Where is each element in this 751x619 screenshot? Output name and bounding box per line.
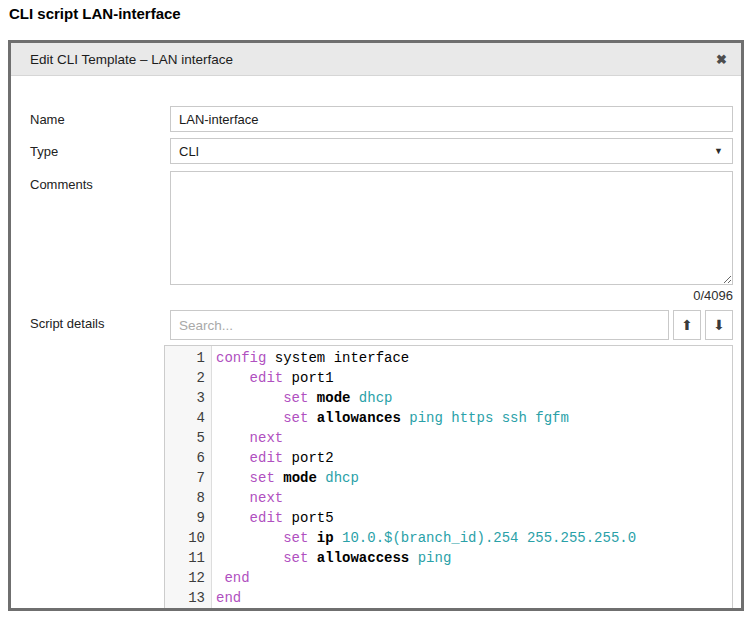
caret-down-icon: ▼ [714, 146, 723, 156]
line-text: edit port1 [211, 368, 334, 388]
name-label: Name [30, 106, 170, 127]
line-text: end [211, 568, 250, 588]
line-number: 10 [165, 528, 211, 548]
script-details-label: Script details [30, 310, 170, 331]
page-title: CLI script LAN-interface [9, 5, 181, 22]
comments-char-counter: 0/4096 [170, 288, 733, 305]
code-line: 11 set allowaccess ping [165, 548, 732, 568]
line-text: set ip 10.0.$(branch_id).254 255.255.255… [211, 528, 636, 548]
line-text: set allowaccess ping [211, 548, 451, 568]
code-line: 4 set allowances ping https ssh fgfm [165, 408, 732, 428]
line-number: 3 [165, 388, 211, 408]
dialog-body: Name Type CLI ▼ Comments 0/4096 Script d… [11, 76, 741, 611]
name-row: Name [30, 106, 733, 132]
script-search-bar: ⬆ ⬇ [170, 310, 733, 340]
dialog-title: Edit CLI Template – LAN interface [30, 52, 716, 67]
line-number: 5 [165, 428, 211, 448]
close-icon[interactable]: ✖ [716, 53, 727, 66]
type-select[interactable]: CLI ▼ [170, 138, 733, 164]
search-next-button[interactable]: ⬇ [705, 310, 733, 340]
code-line: 3 set mode dhcp [165, 388, 732, 408]
line-text: next [211, 488, 283, 508]
type-row: Type CLI ▼ [30, 138, 733, 164]
line-text: config system interface [211, 348, 409, 368]
code-line: 6 edit port2 [165, 448, 732, 468]
line-number: 12 [165, 568, 211, 588]
search-previous-button[interactable]: ⬆ [673, 310, 701, 340]
code-lines: 1config system interface2 edit port13 se… [165, 348, 732, 608]
type-select-value: CLI [179, 144, 199, 159]
up-arrow-icon: ⬆ [681, 317, 693, 333]
code-line: 2 edit port1 [165, 368, 732, 388]
code-line: 8 next [165, 488, 732, 508]
line-number: 1 [165, 348, 211, 368]
line-number: 8 [165, 488, 211, 508]
down-arrow-icon: ⬇ [713, 317, 725, 333]
line-text: set mode dhcp [211, 468, 359, 488]
line-number: 11 [165, 548, 211, 568]
line-text: end [211, 588, 241, 608]
code-line: 1config system interface [165, 348, 732, 368]
type-label: Type [30, 138, 170, 159]
line-text: edit port5 [211, 508, 334, 528]
code-line: 13end [165, 588, 732, 608]
code-line: 7 set mode dhcp [165, 468, 732, 488]
line-number: 13 [165, 588, 211, 608]
line-number: 7 [165, 468, 211, 488]
line-text: next [211, 428, 283, 448]
code-line: 12 end [165, 568, 732, 588]
line-text: set allowances ping https ssh fgfm [211, 408, 569, 428]
search-input[interactable] [170, 310, 669, 340]
code-line: 10 set ip 10.0.$(branch_id).254 255.255.… [165, 528, 732, 548]
line-number: 9 [165, 508, 211, 528]
line-number: 4 [165, 408, 211, 428]
line-number: 2 [165, 368, 211, 388]
edit-cli-template-dialog: Edit CLI Template – LAN interface ✖ Name… [8, 40, 744, 611]
comments-row: Comments 0/4096 [30, 171, 733, 305]
name-input[interactable] [170, 106, 733, 132]
code-line: 9 edit port5 [165, 508, 732, 528]
cli-script-editor[interactable]: 1config system interface2 edit port13 se… [164, 345, 733, 611]
line-text: edit port2 [211, 448, 334, 468]
script-details-row: Script details ⬆ ⬇ [30, 310, 733, 340]
line-text: set mode dhcp [211, 388, 392, 408]
code-line: 5 next [165, 428, 732, 448]
line-number: 6 [165, 448, 211, 468]
comments-textarea[interactable] [170, 171, 733, 285]
dialog-header: Edit CLI Template – LAN interface ✖ [11, 43, 741, 76]
comments-label: Comments [30, 171, 170, 192]
